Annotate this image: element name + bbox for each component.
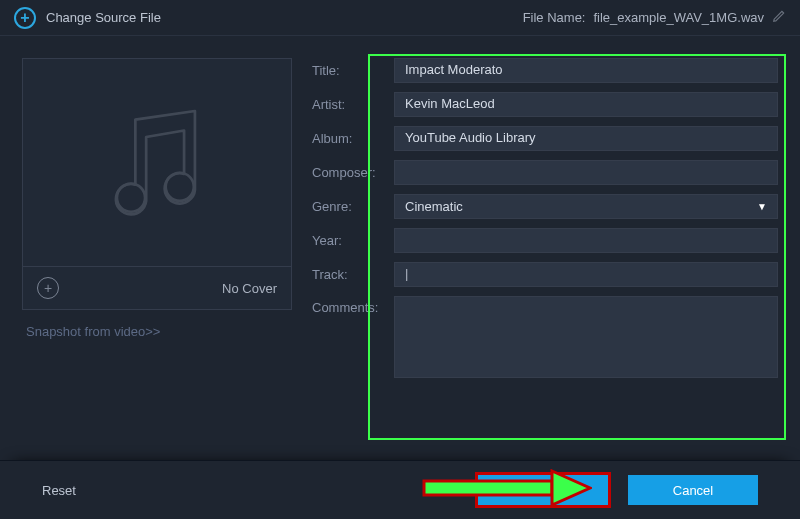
label-artist: Artist: bbox=[312, 97, 394, 112]
plus-icon: + bbox=[14, 7, 36, 29]
svg-point-1 bbox=[166, 172, 194, 200]
track-input[interactable]: | bbox=[394, 262, 778, 287]
music-notes-icon bbox=[87, 98, 227, 228]
artist-input[interactable]: Kevin MacLeod bbox=[394, 92, 778, 117]
change-source-button[interactable]: + Change Source File bbox=[14, 7, 161, 29]
album-input[interactable]: YouTube Audio Library bbox=[394, 126, 778, 151]
svg-point-0 bbox=[117, 183, 145, 211]
change-source-label: Change Source File bbox=[46, 10, 161, 25]
snapshot-from-video-link[interactable]: Snapshot from video>> bbox=[22, 324, 312, 339]
comments-input[interactable] bbox=[394, 296, 778, 378]
annotation-arrow-icon bbox=[422, 469, 592, 507]
label-year: Year: bbox=[312, 233, 394, 248]
label-track: Track: bbox=[312, 267, 394, 282]
file-name-label: File Name: bbox=[523, 10, 586, 25]
add-cover-button[interactable]: + bbox=[37, 277, 59, 299]
cover-panel: + No Cover Snapshot from video>> bbox=[22, 58, 312, 438]
edit-filename-button[interactable] bbox=[772, 9, 786, 26]
composer-input[interactable] bbox=[394, 160, 778, 185]
svg-rect-2 bbox=[424, 481, 552, 495]
genre-value: Cinematic bbox=[405, 199, 463, 214]
no-cover-label: No Cover bbox=[222, 281, 277, 296]
genre-select[interactable]: Cinematic ▼ bbox=[394, 194, 778, 219]
svg-marker-3 bbox=[552, 471, 590, 505]
label-album: Album: bbox=[312, 131, 394, 146]
pencil-icon bbox=[772, 9, 786, 23]
content-area: + No Cover Snapshot from video>> Title: … bbox=[0, 36, 800, 460]
label-comments: Comments: bbox=[312, 296, 394, 315]
cancel-button[interactable]: Cancel bbox=[628, 475, 758, 505]
header-bar: + Change Source File File Name: file_exa… bbox=[0, 0, 800, 36]
label-composer: Composer: bbox=[312, 165, 394, 180]
footer-bar: Reset Save Cancel bbox=[0, 460, 800, 519]
file-name-value: file_example_WAV_1MG.wav bbox=[593, 10, 764, 25]
file-info: File Name: file_example_WAV_1MG.wav bbox=[523, 9, 786, 26]
cover-box: + No Cover bbox=[22, 58, 292, 310]
cover-image-placeholder bbox=[23, 59, 291, 266]
metadata-form: Title: Impact Moderato Artist: Kevin Mac… bbox=[312, 58, 778, 438]
cover-toolbar: + No Cover bbox=[23, 266, 291, 309]
year-input[interactable] bbox=[394, 228, 778, 253]
title-input[interactable]: Impact Moderato bbox=[394, 58, 778, 83]
label-title: Title: bbox=[312, 63, 394, 78]
chevron-down-icon: ▼ bbox=[757, 201, 767, 212]
reset-button[interactable]: Reset bbox=[42, 483, 76, 498]
label-genre: Genre: bbox=[312, 199, 394, 214]
text-caret: | bbox=[405, 266, 408, 281]
